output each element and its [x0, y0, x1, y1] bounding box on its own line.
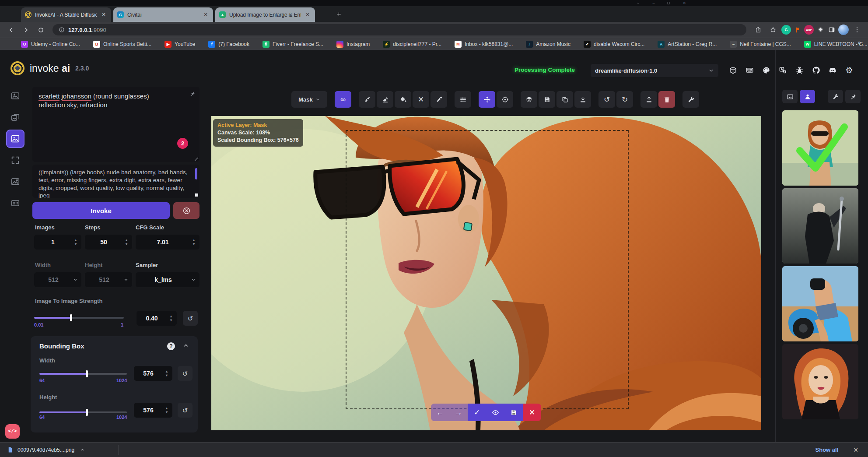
- stepper-up-icon[interactable]: ▴: [166, 407, 168, 410]
- bookmark-discipleneil[interactable]: ⚡ discipleneil777 - Pr...: [383, 41, 441, 48]
- sampler-select[interactable]: k_lms: [136, 272, 200, 287]
- eraser-tool-button[interactable]: [377, 91, 393, 108]
- gallery-people-tab-button[interactable]: [800, 90, 815, 103]
- negative-prompt-input[interactable]: ((implants)) (large boobs) nude bad anat…: [32, 165, 200, 198]
- bookmark-udemy[interactable]: U Udemy - Online Co...: [21, 41, 80, 48]
- height-select[interactable]: 512: [85, 272, 132, 287]
- settings-button[interactable]: ⚙: [843, 64, 856, 76]
- bookmark-artstation[interactable]: A ArtStation - Greg R...: [658, 41, 717, 48]
- save-staging-image-button[interactable]: [504, 404, 523, 421]
- canvas-settings-button[interactable]: [682, 91, 699, 108]
- site-info-icon[interactable]: [59, 27, 65, 33]
- bbox-width-slider[interactable]: [39, 373, 127, 375]
- stepper-down-icon[interactable]: ▾: [126, 243, 127, 246]
- tab-unified-canvas[interactable]: [6, 130, 24, 148]
- help-icon[interactable]: ?: [167, 342, 175, 350]
- stepper[interactable]: ▴▾: [72, 239, 80, 246]
- bbox-width-reset-button[interactable]: ↺: [178, 366, 192, 381]
- gallery-thumb-2[interactable]: [782, 188, 858, 264]
- resize-handle[interactable]: [195, 193, 198, 197]
- bbox-height-input[interactable]: 576 ▴▾: [134, 403, 172, 418]
- extension-grammarly-icon[interactable]: G: [781, 25, 791, 35]
- profile-avatar[interactable]: [838, 25, 849, 35]
- chevron-up-icon[interactable]: [80, 447, 85, 452]
- bookmark-fiverr[interactable]: fi Fiverr - Freelance S...: [262, 41, 323, 48]
- clear-mask-button[interactable]: ✕: [413, 91, 429, 108]
- window-maximize-button[interactable]: [667, 1, 670, 5]
- share-button[interactable]: [752, 23, 765, 36]
- bookmark-star-button[interactable]: [766, 23, 780, 36]
- tab-training[interactable]: [6, 194, 24, 212]
- tab-invokeai[interactable]: InvokeAI - A Stable Diffusion Too ✕: [21, 7, 111, 22]
- stepper-up-icon[interactable]: ▴: [193, 239, 195, 242]
- github-button[interactable]: [809, 64, 822, 76]
- slider-thumb[interactable]: [70, 314, 72, 321]
- bookmark-inbox[interactable]: M Inbox - klk56831@...: [455, 41, 513, 48]
- bookmark-amazon-music[interactable]: ♪ Amazon Music: [526, 41, 570, 48]
- show-hide-staging-button[interactable]: [486, 404, 504, 421]
- download-item[interactable]: 000979.40d74eb5....png: [0, 443, 92, 457]
- download-image-button[interactable]: [574, 91, 591, 108]
- brush-options-button[interactable]: [455, 91, 471, 108]
- stepper-up-icon[interactable]: ▴: [170, 315, 172, 318]
- stepper[interactable]: ▴▾: [190, 239, 198, 246]
- language-button[interactable]: [776, 64, 789, 76]
- layer-select[interactable]: Mask: [291, 91, 327, 108]
- move-tool-button[interactable]: [479, 91, 495, 108]
- theme-button[interactable]: [760, 64, 773, 76]
- redo-button[interactable]: ↻: [616, 91, 633, 108]
- color-picker-button[interactable]: [430, 91, 447, 108]
- tab-upscale[interactable]: Upload Image to Enlarge & Enha ✕: [215, 7, 315, 22]
- next-image-button[interactable]: →: [449, 404, 468, 421]
- tab-image-to-image[interactable]: [6, 108, 24, 127]
- bookmark-online-sports[interactable]: B Online Sports Betti...: [93, 41, 151, 48]
- strength-input[interactable]: 0.40 ▴▾: [136, 311, 177, 326]
- previous-image-button[interactable]: ←: [431, 404, 449, 421]
- merge-visible-button[interactable]: [521, 91, 537, 108]
- cancel-button[interactable]: [173, 202, 200, 219]
- side-panel-button[interactable]: [827, 25, 836, 35]
- gallery-settings-button[interactable]: [828, 90, 843, 103]
- bookmarks-overflow-button[interactable]: »: [858, 39, 861, 46]
- pin-icon[interactable]: [189, 91, 196, 97]
- resize-handle[interactable]: [194, 157, 198, 161]
- width-select[interactable]: 512: [34, 272, 81, 287]
- reset-view-button[interactable]: [497, 91, 513, 108]
- reload-button[interactable]: [34, 23, 47, 36]
- window-close-button[interactable]: ✕: [682, 1, 686, 5]
- stepper-up-icon[interactable]: ▴: [126, 239, 127, 242]
- extensions-puzzle-button[interactable]: [816, 25, 825, 35]
- undo-button[interactable]: ↺: [598, 91, 615, 108]
- gallery-thumb-4[interactable]: [782, 344, 858, 419]
- bbox-width-input[interactable]: 576 ▴▾: [134, 366, 172, 381]
- stepper-down-icon[interactable]: ▾: [75, 243, 77, 246]
- new-tab-button[interactable]: [333, 8, 344, 20]
- cfg-scale-input[interactable]: 7.01 ▴▾: [136, 235, 200, 250]
- stepper[interactable]: ▴▾: [163, 407, 171, 414]
- fill-tool-button[interactable]: [395, 91, 411, 108]
- bbox-height-slider[interactable]: [39, 411, 127, 413]
- slider-thumb[interactable]: [86, 409, 88, 416]
- stepper-up-icon[interactable]: ▴: [75, 239, 77, 242]
- window-minimize-button[interactable]: –: [652, 1, 654, 5]
- tab-post-processing[interactable]: [6, 172, 24, 191]
- back-button[interactable]: [4, 23, 18, 36]
- steps-input[interactable]: 50 ▴▾: [85, 235, 132, 250]
- upload-button[interactable]: [640, 91, 657, 108]
- strength-reset-button[interactable]: ↺: [183, 311, 198, 326]
- model-select[interactable]: dreamlike-diffusion-1.0: [591, 64, 718, 77]
- discord-button[interactable]: [826, 64, 839, 76]
- prompt-input[interactable]: scarlett johansson (round sunglasses) re…: [32, 87, 200, 162]
- window-chevron-icon[interactable]: [636, 1, 640, 5]
- mask-options-button[interactable]: ∞: [335, 91, 351, 108]
- stepper[interactable]: ▴▾: [163, 370, 171, 377]
- extension-adblock-icon[interactable]: ABP: [804, 25, 814, 35]
- bookmark-instagram[interactable]: Instagram: [336, 41, 370, 48]
- gallery-thumb-1[interactable]: [782, 110, 858, 186]
- images-input[interactable]: 1 ▴▾: [34, 235, 81, 250]
- bookmark-youtube[interactable]: ▶ YouTube: [164, 41, 195, 48]
- brush-tool-button[interactable]: [359, 91, 375, 108]
- stepper-down-icon[interactable]: ▾: [166, 411, 168, 414]
- bookmark-neil-fontaine[interactable]: ∞ Neil Fontaine | CGS...: [730, 41, 791, 48]
- tab-close-icon[interactable]: ✕: [304, 11, 311, 18]
